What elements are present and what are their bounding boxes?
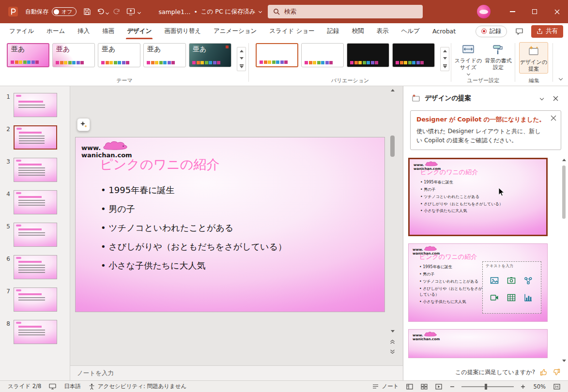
slide-thumbnail-2-selected[interactable]: 2 xyxy=(0,125,70,150)
variant-3[interactable] xyxy=(347,43,389,67)
scroll-down-icon[interactable] xyxy=(443,57,447,60)
undo-icon[interactable] xyxy=(94,0,108,23)
design-suggestion-3-partial[interactable]: www. wanichan.com xyxy=(408,329,548,358)
powerpoint-icon[interactable] xyxy=(5,0,21,23)
theme-white-2[interactable]: 亜あ xyxy=(143,43,186,67)
scrollbar-thumb[interactable] xyxy=(562,166,566,219)
tab-record[interactable]: 記録 xyxy=(321,23,346,39)
thumbs-up-icon[interactable] xyxy=(540,368,548,376)
theme-pink-selected[interactable]: 亜あ xyxy=(7,43,49,67)
slide-size-button[interactable]: スライドのサイズ xyxy=(453,41,483,75)
close-button[interactable] xyxy=(546,0,568,23)
collapse-ribbon-icon[interactable] xyxy=(559,75,562,81)
notes-input[interactable]: ノートを入力 xyxy=(70,365,403,380)
variant-color-strip xyxy=(396,61,424,64)
tab-slideshow[interactable]: スライド ショー xyxy=(263,23,321,39)
slide-thumbnail-3[interactable]: 3 xyxy=(0,158,70,182)
design-suggestion-1-selected[interactable]: www. wanichan.com ピンクのワニの紹介 1995年春に誕生 男の… xyxy=(408,158,548,236)
document-title[interactable]: sample1… • この PC に保存済み xyxy=(159,8,261,16)
slide-thumbnail-8[interactable]: 8 xyxy=(0,320,70,344)
zoom-out-icon[interactable] xyxy=(446,381,459,392)
variants-scroll-control[interactable] xyxy=(440,47,449,71)
vertical-scrollbar[interactable] xyxy=(389,87,396,364)
slide-body-text[interactable]: 1995年春に誕生 男の子 ツチノコといわれたことがある さびしがりや（おともだ… xyxy=(101,184,287,279)
slideshow-view-icon[interactable] xyxy=(431,381,446,392)
tab-transitions[interactable]: 画面切り替え xyxy=(158,23,207,39)
present-display-icon[interactable] xyxy=(123,0,138,23)
copilot-notice: Designer が Copilot の一部になりました。 使い慣れた Desi… xyxy=(410,110,561,150)
theme-wave[interactable]: 亜あ xyxy=(52,43,95,67)
account-avatar[interactable] xyxy=(477,5,491,18)
slide-sorter-view-icon[interactable] xyxy=(417,381,431,392)
slide-title[interactable]: ピンクのワニの紹介 xyxy=(100,156,219,173)
tab-acrobat[interactable]: Acrobat xyxy=(426,23,462,39)
tab-help[interactable]: ヘルプ xyxy=(395,23,426,39)
ribbon-design: 亜あ 亜あ 亜あ 亜あ 亜あ xyxy=(0,39,568,86)
tab-draw[interactable]: 描画 xyxy=(96,23,121,39)
scrollbar-thumb[interactable] xyxy=(390,136,395,157)
share-button[interactable]: 共有 xyxy=(531,25,563,38)
autosave-toggle[interactable]: 自動保存 オフ xyxy=(25,7,77,16)
slide-canvas[interactable]: www. wanichan.com ピンクのワニの紹介 1995年春に誕生 男の… xyxy=(70,86,403,365)
scroll-down-icon[interactable] xyxy=(240,57,244,60)
search-box[interactable]: 検索 xyxy=(268,5,423,18)
scroll-down-icon[interactable] xyxy=(391,330,395,332)
autosave-switch[interactable]: オフ xyxy=(52,7,77,16)
fit-to-window-icon[interactable] xyxy=(550,381,564,392)
tab-view[interactable]: 表示 xyxy=(370,23,395,39)
maximize-button[interactable] xyxy=(523,0,546,23)
design-suggestion-2[interactable]: www. wanichan.com ピンクのワニの紹介 1995年春に誕生 男の… xyxy=(408,243,548,322)
minimize-button[interactable] xyxy=(501,0,523,23)
slide-thumbnail-panel[interactable]: 1 2 3 4 5 6 7 xyxy=(0,86,70,380)
pane-dropdown-icon[interactable] xyxy=(537,93,547,103)
next-slide-button[interactable] xyxy=(390,349,395,354)
variant-1-selected[interactable] xyxy=(256,43,298,67)
themes-scroll-control[interactable] xyxy=(237,47,246,71)
accessibility-status[interactable]: アクセシビリティ: 問題ありません xyxy=(85,381,191,392)
pane-close-icon[interactable] xyxy=(551,93,560,103)
zoom-slider-thumb[interactable] xyxy=(485,384,487,390)
tab-review[interactable]: 校閲 xyxy=(346,23,370,39)
tab-insert[interactable]: 挿入 xyxy=(71,23,96,39)
tab-file[interactable]: ファイル xyxy=(3,23,40,39)
language-indicator[interactable]: 日本語 xyxy=(60,381,85,392)
slide-thumbnail-7[interactable]: 7 xyxy=(0,287,70,312)
zoom-slider[interactable] xyxy=(461,386,514,387)
design-ideas-button[interactable]: デザインの提案 xyxy=(519,42,548,74)
scroll-down-icon[interactable] xyxy=(562,360,566,362)
format-background-button[interactable]: 背景の書式設定 xyxy=(483,41,513,75)
theme-dark-teal[interactable]: 亜あ xyxy=(189,43,231,67)
scroll-up-icon[interactable] xyxy=(240,50,244,52)
designer-float-button[interactable] xyxy=(77,118,90,131)
display-settings-icon[interactable] xyxy=(45,381,60,392)
slide-thumbnail-5[interactable]: 5 xyxy=(0,223,70,247)
previous-slide-button[interactable] xyxy=(390,340,395,344)
scroll-up-icon[interactable] xyxy=(443,50,447,52)
thumbs-down-icon[interactable] xyxy=(553,368,560,376)
slide-indicator[interactable]: スライド 2/8 xyxy=(4,381,45,392)
theme-white-1[interactable]: 亜あ xyxy=(98,43,140,67)
slide-thumbnail-6[interactable]: 6 xyxy=(0,255,70,279)
current-slide[interactable]: www. wanichan.com ピンクのワニの紹介 1995年春に誕生 男の… xyxy=(75,137,385,312)
comments-button[interactable] xyxy=(512,25,526,38)
variants-more-icon[interactable] xyxy=(443,64,447,68)
normal-view-icon[interactable] xyxy=(402,381,417,392)
slide-thumbnail-1[interactable]: 1 xyxy=(0,93,70,117)
notice-close-icon[interactable] xyxy=(551,115,556,121)
variant-4[interactable] xyxy=(392,43,435,67)
pane-scrollbar[interactable] xyxy=(561,159,567,362)
zoom-in-icon[interactable] xyxy=(517,381,529,392)
record-button[interactable]: 記録 xyxy=(476,26,507,37)
tab-home[interactable]: ホーム xyxy=(40,23,71,39)
scroll-up-icon[interactable] xyxy=(562,159,566,161)
quick-access-dropdown-icon[interactable] xyxy=(137,10,140,14)
slide-thumbnail-4[interactable]: 4 xyxy=(0,190,70,214)
save-icon[interactable] xyxy=(80,0,94,23)
tab-animations[interactable]: アニメーション xyxy=(207,23,263,39)
variant-2[interactable] xyxy=(301,43,344,67)
tab-design[interactable]: デザイン xyxy=(121,23,158,39)
scroll-up-icon[interactable] xyxy=(391,89,395,91)
zoom-percentage[interactable]: 50% xyxy=(529,381,550,392)
notes-toggle[interactable]: ノート xyxy=(368,381,402,392)
themes-more-icon[interactable] xyxy=(240,64,244,68)
